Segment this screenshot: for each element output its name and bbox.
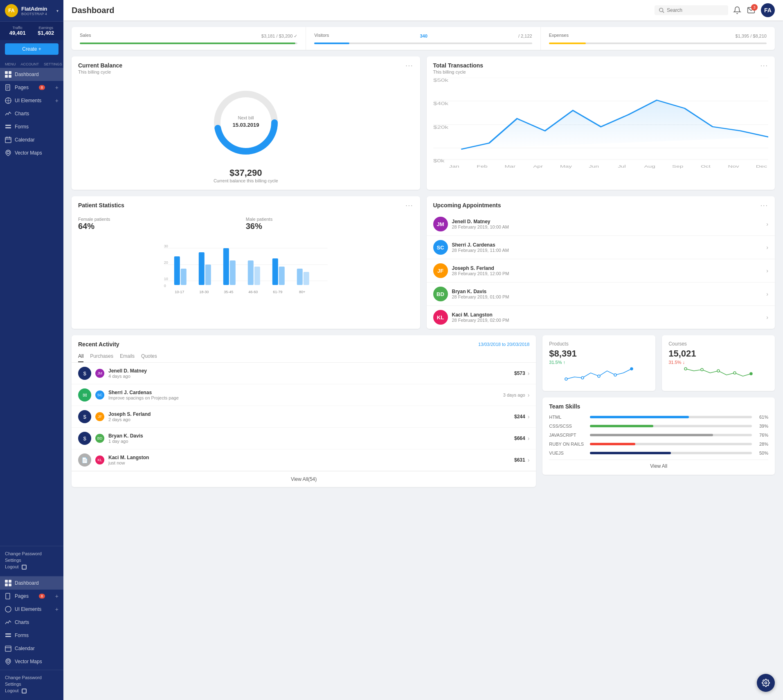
sidebar-item-pages[interactable]: Pages 8 + [0, 81, 63, 94]
notifications-button[interactable] [733, 6, 741, 14]
appointment-avatar-2: JF [433, 263, 448, 278]
create-button[interactable]: Create + [5, 43, 59, 55]
activity-tab-quotes[interactable]: Quotes [141, 351, 157, 362]
logout-icon [22, 565, 27, 570]
appointment-arrow-3: › [766, 291, 768, 297]
appointment-item-2[interactable]: JF Joseph S. Ferland 28 February 2019, 1… [427, 259, 775, 283]
total-transactions-card: Total Transactions This billing cycle ··… [427, 56, 775, 190]
appointment-name-2: Joseph S. Ferland [452, 265, 767, 271]
pages-plus[interactable]: + [55, 84, 59, 91]
activity-tab-emails[interactable]: Emails [120, 351, 135, 362]
svg-text:Jun: Jun [589, 164, 599, 168]
change-password-link[interactable]: Change Password [5, 551, 59, 556]
activity-item-4: 📄 KL Kaci M. Langston just now $631 › [72, 449, 536, 471]
svg-text:Aug: Aug [644, 164, 655, 168]
svg-point-29 [659, 8, 663, 12]
transactions-line-chart: $50k $40k $20k $0k Jan F [433, 78, 769, 172]
ui-plus-2[interactable]: + [55, 606, 59, 612]
svg-point-87 [684, 368, 687, 370]
transactions-menu[interactable]: ··· [760, 62, 768, 70]
user-avatar[interactable]: FA [761, 3, 775, 17]
svg-point-83 [581, 377, 584, 379]
svg-point-28 [7, 660, 9, 662]
female-label: Female patients [78, 217, 246, 222]
ui-elements-icon [5, 97, 11, 104]
search-input[interactable] [667, 7, 724, 13]
sidebar-item-pages-2[interactable]: Pages 8 + [0, 590, 63, 603]
earnings-value: $1,402 [38, 30, 54, 36]
appointment-item-0[interactable]: JM Jenell D. Matney 28 February 2019, 10… [427, 213, 775, 236]
visitors-metric: Visitors 340 / 2,122 [306, 27, 540, 50]
svg-text:Dec: Dec [756, 164, 767, 168]
sidebar-item-charts[interactable]: Charts [0, 107, 63, 120]
sidebar-item-forms[interactable]: Forms [0, 120, 63, 133]
settings-label: SETTINGS [44, 62, 62, 66]
sidebar-item-dashboard-2[interactable]: Dashboard [0, 577, 63, 590]
settings-link-2[interactable]: Settings [5, 682, 59, 687]
sidebar-dropdown-icon[interactable]: ▾ [56, 9, 59, 13]
sidebar-item-ui-2[interactable]: UI Elements + [0, 603, 63, 616]
sidebar-item-vector-maps[interactable]: Vector Maps [0, 146, 63, 159]
appointment-item-1[interactable]: SC Sherri J. Cardenas 28 February 2019, … [427, 236, 775, 259]
activity-tab-all[interactable]: All [78, 351, 83, 362]
visitors-bar-fill [314, 43, 349, 44]
calendar-label: Calendar [15, 137, 35, 143]
skill-pct-vue: 50% [756, 451, 768, 455]
skill-bar-fill-css [590, 425, 653, 427]
patient-stats-menu[interactable]: ··· [405, 202, 413, 209]
balance-menu[interactable]: ··· [405, 62, 413, 70]
sidebar-stats: Traffic 49,401 Earnings $1,402 [0, 22, 63, 40]
appointment-time-0: 28 February 2019, 10:00 AM [452, 224, 767, 229]
transactions-subtitle: This billing cycle [433, 70, 484, 74]
team-skills-card: Team Skills HTML 61% CSS/SCSS 39% [542, 397, 775, 475]
activity-name-0: Jenell D. Matney [108, 368, 510, 374]
logout-link[interactable]: Logout [5, 564, 59, 570]
activity-info-4: Kaci M. Langston just now [108, 455, 510, 465]
sidebar-item-calendar[interactable]: Calendar [0, 133, 63, 146]
skills-view-all-button[interactable]: View All [549, 460, 768, 469]
sidebar-item-dashboard[interactable]: Dashboard [0, 68, 63, 81]
appointment-item-4[interactable]: KL Kaci M. Langston 28 February 2019, 02… [427, 306, 775, 329]
change-password-link-2[interactable]: Change Password [5, 675, 59, 680]
view-all-button[interactable]: View All(54) [72, 471, 536, 487]
svg-rect-69 [230, 260, 236, 285]
messages-button[interactable]: 3 [747, 6, 755, 14]
sidebar-item-vector-maps-2[interactable]: Vector Maps [0, 655, 63, 668]
svg-text:$20k: $20k [433, 125, 449, 130]
pages-badge-2: 8 [39, 594, 45, 599]
sales-label: Sales [80, 33, 91, 38]
sidebar-item-forms-2[interactable]: Forms [0, 629, 63, 642]
app-subtitle: BOOTSTRAP 4 [21, 12, 47, 16]
appointments-menu[interactable]: ··· [760, 202, 768, 209]
pages-icon [5, 84, 11, 91]
patient-appointments-row: Patient Statistics ··· Female patients 6… [72, 196, 775, 329]
svg-text:Next bill: Next bill [238, 115, 254, 120]
bell-icon [733, 6, 741, 14]
activity-tab-purchases[interactable]: Purchases [90, 351, 113, 362]
activity-icon-3: $ [78, 432, 91, 445]
pages-plus-2[interactable]: + [55, 593, 59, 599]
sidebar-item-calendar-2[interactable]: Calendar [0, 642, 63, 655]
upcoming-appointments-card: Upcoming Appointments ··· JM Jenell D. M… [427, 196, 775, 329]
svg-text:$40k: $40k [433, 101, 449, 106]
current-balance-card: Current Balance This billing cycle ··· N… [72, 56, 420, 190]
patient-statistics-card: Patient Statistics ··· Female patients 6… [72, 196, 420, 329]
svg-rect-68 [223, 248, 229, 285]
activity-time-1: 3 days ago [503, 393, 525, 397]
settings-gear-button[interactable] [757, 674, 775, 692]
expenses-bar-fill [549, 43, 586, 44]
activity-item-3: $ BD Bryan K. Davis 1 day ago $664 › [72, 428, 536, 449]
appointment-info-4: Kaci M. Langston 28 February 2019, 02:00… [452, 312, 767, 323]
appointment-name-0: Jenell D. Matney [452, 219, 767, 224]
svg-text:80+: 80+ [299, 290, 305, 294]
svg-rect-18 [5, 580, 8, 583]
settings-link[interactable]: Settings [5, 558, 59, 563]
logout-link-2[interactable]: Logout [5, 688, 59, 693]
svg-rect-73 [279, 267, 285, 285]
sidebar-header: FA FlatAdmin BOOTSTRAP 4 ▾ [0, 0, 63, 22]
sidebar-item-ui-elements[interactable]: UI Elements + [0, 94, 63, 107]
appointments-title: Upcoming Appointments [433, 202, 501, 209]
ui-plus[interactable]: + [55, 97, 59, 104]
appointment-item-3[interactable]: BD Bryan K. Davis 28 February 2019, 01:0… [427, 283, 775, 306]
sidebar-item-charts-2[interactable]: Charts [0, 616, 63, 629]
